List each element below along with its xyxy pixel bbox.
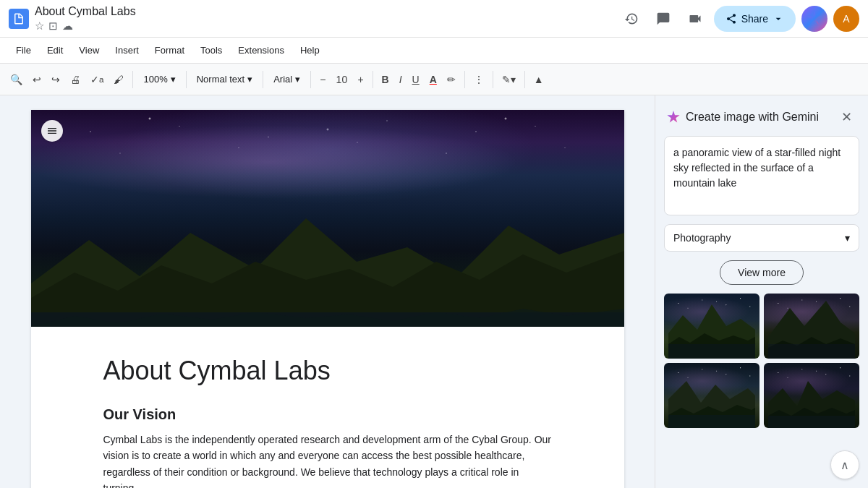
underline-btn[interactable]: U bbox=[408, 68, 424, 91]
panel-header: Create image with Gemini ✕ bbox=[655, 95, 868, 136]
image-grid bbox=[664, 294, 859, 428]
generated-image-3[interactable] bbox=[664, 363, 760, 428]
font-size-increase[interactable]: + bbox=[353, 68, 367, 91]
style-chevron: ▾ bbox=[247, 74, 252, 85]
zoom-chevron: ▾ bbox=[171, 74, 176, 85]
generated-image-4[interactable] bbox=[764, 363, 859, 428]
style-select[interactable]: Normal text ▾ bbox=[191, 68, 258, 91]
doc-title-heading: About Cymbal Labs bbox=[103, 356, 552, 386]
doc-menu-icon[interactable] bbox=[41, 120, 63, 142]
style-dropdown-arrow: ▾ bbox=[845, 232, 850, 244]
menu-format[interactable]: Format bbox=[148, 42, 192, 59]
scroll-up-icon: ∧ bbox=[841, 458, 849, 472]
panel-body: Photography ▾ View more bbox=[655, 136, 868, 442]
doc-content: About Cymbal Labs Our Vision Cymbal Labs… bbox=[31, 327, 624, 488]
comments-button[interactable] bbox=[650, 6, 676, 32]
input-tools-btn[interactable]: ✎▾ bbox=[498, 68, 520, 91]
font-chevron: ▾ bbox=[295, 74, 300, 85]
font-size-display[interactable]: 10 bbox=[331, 68, 352, 91]
redo-btn[interactable]: ↪ bbox=[47, 68, 64, 91]
gemini-button[interactable] bbox=[801, 6, 827, 32]
paint-format-btn[interactable]: 🖌 bbox=[109, 68, 128, 91]
search-toolbar-btn[interactable]: 🔍 bbox=[6, 68, 27, 91]
doc-title[interactable]: About Cymbal Labs bbox=[35, 4, 136, 20]
top-right-actions: Share A bbox=[618, 6, 859, 32]
prompt-textarea[interactable] bbox=[664, 136, 859, 215]
view-more-button[interactable]: View more bbox=[720, 260, 804, 285]
thumb-mtn-svg-3 bbox=[664, 363, 760, 428]
menu-tools[interactable]: Tools bbox=[193, 42, 229, 59]
generated-image-2[interactable] bbox=[764, 294, 859, 359]
thumb-mtn-svg-4 bbox=[764, 363, 859, 428]
main-area: About Cymbal Labs Our Vision Cymbal Labs… bbox=[0, 95, 868, 488]
share-button[interactable]: Share bbox=[714, 6, 796, 32]
thumb-mtn-svg-1 bbox=[664, 294, 760, 359]
undo-btn[interactable]: ↩ bbox=[28, 68, 46, 91]
style-dropdown[interactable]: Photography ▾ bbox=[664, 224, 859, 252]
share-label: Share bbox=[741, 13, 768, 25]
meet-button[interactable] bbox=[682, 6, 708, 32]
divider-5 bbox=[373, 71, 373, 88]
doc-icons-row: ☆ ⊡ ☁ bbox=[35, 20, 136, 33]
more-options-btn[interactable]: ⋮ bbox=[469, 68, 488, 91]
toolbar: 🔍 ↩ ↪ 🖨 ✓a 🖌 100% ▾ Normal text ▾ Arial … bbox=[0, 64, 868, 95]
user-avatar[interactable]: A bbox=[833, 6, 859, 32]
print-btn[interactable]: 🖨 bbox=[66, 68, 85, 91]
highlight-btn[interactable]: ✏ bbox=[443, 68, 460, 91]
hero-image bbox=[31, 110, 624, 327]
panel-bottom: ∧ bbox=[655, 442, 868, 488]
scroll-up-button[interactable]: ∧ bbox=[830, 450, 859, 479]
divider-2 bbox=[186, 71, 187, 88]
menu-insert[interactable]: Insert bbox=[108, 42, 146, 59]
panel-title: Create image with Gemini bbox=[686, 111, 830, 124]
menu-edit[interactable]: Edit bbox=[40, 42, 70, 59]
gemini-star-icon bbox=[807, 12, 822, 26]
google-docs-icon bbox=[9, 9, 29, 29]
svg-rect-9 bbox=[768, 344, 855, 359]
svg-rect-12 bbox=[668, 415, 755, 428]
menu-bar: File Edit View Insert Format Tools Exten… bbox=[0, 38, 868, 64]
doc-vision-body: Cymbal Labs is the independently operate… bbox=[103, 432, 552, 488]
doc-page: About Cymbal Labs Our Vision Cymbal Labs… bbox=[31, 110, 624, 488]
generated-image-1[interactable] bbox=[664, 294, 760, 359]
divider-4 bbox=[310, 71, 311, 88]
bold-btn[interactable]: B bbox=[378, 68, 393, 91]
thumb-mtn-svg-2 bbox=[764, 294, 859, 359]
zoom-select[interactable]: 100% ▾ bbox=[137, 68, 181, 91]
doc-vision-heading: Our Vision bbox=[103, 406, 552, 423]
doc-title-area: About Cymbal Labs ☆ ⊡ ☁ bbox=[35, 4, 136, 33]
font-label: Arial bbox=[273, 74, 292, 85]
star-icon[interactable]: ☆ bbox=[35, 20, 44, 33]
menu-view[interactable]: View bbox=[72, 42, 106, 59]
top-bar: About Cymbal Labs ☆ ⊡ ☁ Share A bbox=[0, 0, 868, 38]
text-color-btn[interactable]: A bbox=[425, 68, 441, 91]
divider-1 bbox=[132, 71, 133, 88]
divider-8 bbox=[524, 71, 525, 88]
voice-typing-btn[interactable]: ▲ bbox=[529, 68, 548, 91]
history-button[interactable] bbox=[618, 6, 644, 32]
panel-close-button[interactable]: ✕ bbox=[836, 107, 856, 127]
italic-btn[interactable]: I bbox=[395, 68, 407, 91]
font-select[interactable]: Arial ▾ bbox=[268, 68, 306, 91]
doc-area: About Cymbal Labs Our Vision Cymbal Labs… bbox=[0, 95, 655, 488]
divider-6 bbox=[464, 71, 465, 88]
gemini-panel: Create image with Gemini ✕ Photography ▾… bbox=[655, 95, 868, 488]
menu-extensions[interactable]: Extensions bbox=[231, 42, 292, 59]
gemini-panel-icon bbox=[667, 111, 680, 124]
spellcheck-btn[interactable]: ✓a bbox=[86, 68, 108, 91]
folder-icon[interactable]: ⊡ bbox=[48, 20, 58, 33]
divider-3 bbox=[263, 71, 263, 88]
style-dropdown-label: Photography bbox=[673, 232, 731, 244]
mountain-svg bbox=[31, 211, 624, 327]
divider-7 bbox=[493, 71, 493, 88]
cloud-icon[interactable]: ☁ bbox=[62, 20, 73, 33]
svg-rect-6 bbox=[668, 344, 755, 359]
font-size-decrease[interactable]: − bbox=[315, 68, 330, 91]
menu-file[interactable]: File bbox=[9, 42, 38, 59]
style-label: Normal text bbox=[197, 74, 244, 85]
menu-help[interactable]: Help bbox=[293, 42, 327, 59]
svg-rect-15 bbox=[768, 416, 855, 428]
